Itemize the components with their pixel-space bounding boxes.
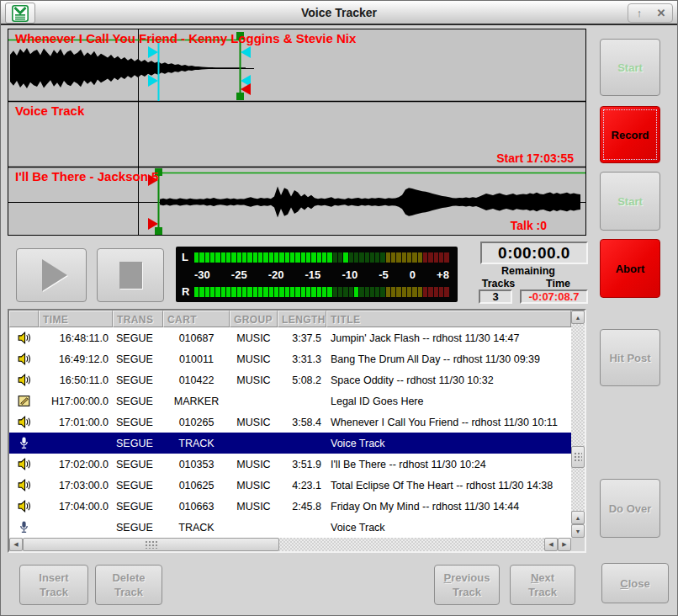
insert-track-button[interactable]: Insert Track <box>19 565 88 605</box>
app-menu-button[interactable] <box>5 3 35 24</box>
thumb-grip <box>145 540 158 549</box>
titlebar[interactable]: Voice Tracker ↑ ✕ <box>1 1 677 25</box>
row-time: 17:04:00.0 <box>39 501 113 512</box>
fade-handle-icon[interactable] <box>155 227 162 235</box>
audio-level-meter: L -30-25-20-15-10-50+8 R <box>176 247 458 302</box>
row-group: MUSIC <box>230 374 278 386</box>
row-trans: SEGUE <box>113 353 163 365</box>
scroll-left-icon[interactable]: ◀ <box>544 538 558 551</box>
meter-scale-tick: -5 <box>379 268 389 281</box>
log-row[interactable]: 17:03:00.0 SEGUE 010625 MUSIC 4:23.1 Tot… <box>9 475 571 496</box>
log-row[interactable]: SEGUE TRACK Voice Track <box>9 433 571 454</box>
log-row[interactable]: 17:04:00.0 SEGUE 010663 MUSIC 2:45.8 Fri… <box>9 496 571 517</box>
remaining-tracks-value: 3 <box>479 289 512 304</box>
row-cart: 010422 <box>163 374 230 386</box>
header-length[interactable]: LENGTH <box>278 311 326 327</box>
row-cart: 010687 <box>163 332 230 344</box>
horizontal-scroll-thumb[interactable] <box>23 538 279 551</box>
speaker-icon <box>9 331 39 345</box>
meter-left-label: L <box>182 251 194 263</box>
track3-title: I'll Be There - Jackson 5 <box>15 169 158 183</box>
play-button[interactable] <box>16 248 87 302</box>
vertical-scroll-thumb[interactable] <box>571 446 585 468</box>
voice-tracker-window: Voice Tracker ↑ ✕ <box>0 0 678 616</box>
row-time: 16:49:12.0 <box>39 353 113 365</box>
log-row[interactable]: 16:49:12.0 SEGUE 010011 MUSIC 3:31.3 Ban… <box>9 348 571 369</box>
segue-start-handle-icon[interactable] <box>148 46 158 58</box>
row-time: 17:03:00.0 <box>39 480 113 491</box>
row-time: 16:48:11.0 <box>39 332 113 344</box>
meter-scale-tick: -20 <box>268 268 284 281</box>
row-group: MUSIC <box>230 501 278 512</box>
track2-start-time-label: Start 17:03:55 <box>496 151 574 165</box>
header-group[interactable]: GROUP <box>230 311 278 327</box>
rivendell-cart-icon <box>12 5 29 22</box>
row-length: 5:08.2 <box>278 374 326 386</box>
scroll-up-icon[interactable]: ▲ <box>571 511 585 524</box>
scroll-up-icon[interactable]: ▲ <box>571 311 585 324</box>
vertical-scrollbar[interactable]: ▲ ▲ ▼ <box>571 311 585 538</box>
row-trans: SEGUE <box>113 438 163 449</box>
header-title[interactable]: TITLE <box>326 311 571 327</box>
row-cart: 010663 <box>163 501 230 512</box>
next-track-button[interactable]: Next Track <box>510 565 575 605</box>
row-trans: SEGUE <box>113 374 163 386</box>
log-row[interactable]: SEGUE TRACK Voice Track <box>9 517 571 538</box>
row-cart: MARKER <box>163 396 230 407</box>
log-row[interactable]: 17:02:00.0 SEGUE 010353 MUSIC 3:51.9 I'l… <box>9 454 571 475</box>
record-button[interactable]: Record <box>600 106 660 163</box>
shade-window-icon[interactable]: ↑ <box>628 4 650 22</box>
header-trans[interactable]: TRANS <box>113 311 163 327</box>
row-trans: SEGUE <box>113 417 163 428</box>
log-row[interactable]: 16:48:11.0 SEGUE 010687 MUSIC 3:37.5 Jum… <box>9 327 571 348</box>
marker-icon <box>9 394 39 408</box>
log-rows: 16:48:11.0 SEGUE 010687 MUSIC 3:37.5 Jum… <box>9 327 571 538</box>
remaining-time-label: Time <box>528 278 588 289</box>
log-header: TIME TRANS CART GROUP LENGTH TITLE <box>9 311 571 327</box>
hit-post-button[interactable]: Hit Post <box>600 329 660 386</box>
remaining-panel: Remaining Tracks Time 3 -0:07:08.7 <box>469 265 588 304</box>
segue-end-handle-icon[interactable] <box>241 46 251 58</box>
log-row[interactable]: H17:00:00.0 SEGUE MARKER Legal ID Goes H… <box>9 390 571 412</box>
header-icon-col[interactable] <box>9 311 39 327</box>
row-trans: SEGUE <box>113 459 163 470</box>
log-row[interactable]: 17:01:00.0 SEGUE 010265 MUSIC 3:58.4 Whe… <box>9 412 571 433</box>
header-cart[interactable]: CART <box>163 311 230 327</box>
track-editor[interactable]: Whenever I Call You Friend - Kenny Loggi… <box>8 29 586 236</box>
track3-talk-label: Talk :0 <box>511 219 547 232</box>
scroll-down-icon[interactable]: ▼ <box>571 524 585 538</box>
do-over-button[interactable]: Do Over <box>600 479 660 538</box>
horizontal-scrollbar[interactable]: ◀ ◀ ▶ <box>9 538 571 551</box>
scroll-left-icon[interactable]: ◀ <box>9 538 23 551</box>
tracks-canvas <box>8 29 585 235</box>
row-title: Legal ID Goes Here <box>326 396 571 407</box>
log-viewport: TIME TRANS CART GROUP LENGTH TITLE 16:48… <box>9 311 571 538</box>
row-trans: SEGUE <box>113 332 163 344</box>
remaining-time-value: -0:07:08.7 <box>520 289 588 304</box>
segue-start-handle-icon[interactable] <box>148 75 158 87</box>
row-title: Space Oddity -- rdhost 11/30 10:32 <box>326 374 571 386</box>
delete-track-button[interactable]: Delete Track <box>95 565 162 605</box>
stop-button[interactable] <box>97 248 164 302</box>
start-track1-button[interactable]: Start <box>600 39 660 96</box>
mic-icon <box>9 520 39 534</box>
scroll-right-icon[interactable]: ▶ <box>558 538 571 551</box>
row-trans: SEGUE <box>113 522 163 534</box>
close-button[interactable]: Close <box>601 563 669 603</box>
row-cart: 010011 <box>163 353 230 365</box>
close-window-icon[interactable]: ✕ <box>650 4 672 22</box>
meter-scale-tick: +8 <box>437 268 449 281</box>
row-time: 17:01:00.0 <box>39 417 113 428</box>
row-title: I'll Be There -- rdhost 11/30 10:24 <box>326 459 571 470</box>
log-row[interactable]: 16:50:11.0 SEGUE 010422 MUSIC 5:08.2 Spa… <box>9 369 571 390</box>
row-group: MUSIC <box>230 480 278 491</box>
start-track3-button[interactable]: Start <box>600 172 660 231</box>
header-time[interactable]: TIME <box>39 311 113 327</box>
meter-scale-tick: 0 <box>410 268 416 281</box>
fade-handle-icon[interactable] <box>236 93 244 100</box>
speaker-icon <box>9 352 39 366</box>
row-group: MUSIC <box>230 332 278 344</box>
meter-right-label: R <box>182 285 194 298</box>
abort-button[interactable]: Abort <box>600 239 660 298</box>
previous-track-button[interactable]: Previous Track <box>434 565 500 605</box>
